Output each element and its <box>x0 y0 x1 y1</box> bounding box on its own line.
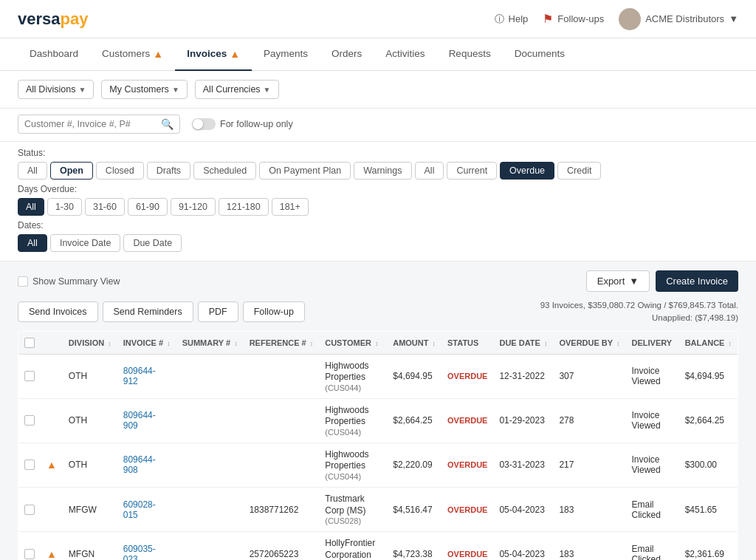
row-customer[interactable]: Highwoods Properties (CUS044) <box>319 443 387 487</box>
customer-name: Highwoods Properties <box>325 405 381 428</box>
nav-customers[interactable]: Customers ▲ <box>90 38 175 71</box>
customer-name: Trustmark Corp (MS) <box>325 494 381 516</box>
currencies-filter[interactable]: All Currencies ▼ <box>195 80 279 99</box>
show-summary-checkbox[interactable] <box>18 276 28 287</box>
follow-up-label: Follow-up <box>254 307 294 317</box>
days-btn-61-90[interactable]: 61-90 <box>128 198 168 216</box>
flag-icon: ⚑ <box>543 12 553 26</box>
follow-up-toggle[interactable] <box>192 118 216 130</box>
send-reminders-button[interactable]: Send Reminders <box>103 301 193 322</box>
row-checkbox[interactable] <box>24 371 35 381</box>
th-customer[interactable]: CUSTOMER ↕ <box>319 331 387 354</box>
row-customer[interactable]: Highwoods Properties (CUS044) <box>319 354 387 398</box>
th-summary[interactable]: SUMMARY # ↕ <box>176 331 244 354</box>
summary-sort-icon: ↕ <box>234 340 238 347</box>
row-customer[interactable]: HollyFrontier Corporation (CUS035) <box>319 532 387 560</box>
row-checkbox[interactable] <box>24 415 35 426</box>
search-input[interactable] <box>24 119 158 129</box>
user-menu[interactable]: ACME Distributors ▼ <box>619 8 738 30</box>
row-invoice[interactable]: 809644-909 <box>117 398 176 443</box>
dates-btn-due-date[interactable]: Due Date <box>123 234 182 252</box>
th-balance[interactable]: BALANCE ↕ <box>679 331 738 354</box>
nav-orders-label: Orders <box>331 48 362 59</box>
days-overdue-label: Days Overdue: <box>18 184 738 194</box>
th-reference[interactable]: REFERENCE # ↕ <box>244 331 320 354</box>
division-filter[interactable]: All Divisions ▼ <box>18 80 94 99</box>
th-delivery: DELIVERY <box>626 331 679 354</box>
nav-invoices[interactable]: Invoices ▲ <box>175 38 252 71</box>
row-invoice[interactable]: 809644-912 <box>117 354 176 398</box>
days-btn-31-60[interactable]: 31-60 <box>85 198 125 216</box>
status-btn-all2[interactable]: All <box>415 162 444 180</box>
customers-filter[interactable]: My Customers ▼ <box>101 80 187 99</box>
division-chevron-icon: ▼ <box>78 86 86 94</box>
status-btn-on-payment-plan[interactable]: On Payment Plan <box>259 162 351 180</box>
row-checkbox-cell <box>18 443 41 487</box>
follow-up-button[interactable]: Follow-up <box>243 301 305 322</box>
status-btn-all[interactable]: All <box>18 162 47 180</box>
th-due-date[interactable]: DUE DATE ↕ <box>493 331 553 354</box>
nav-dashboard[interactable]: Dashboard <box>18 38 90 71</box>
status-btn-scheduled[interactable]: Scheduled <box>193 162 256 180</box>
send-invoices-button[interactable]: Send Invoices <box>18 301 98 322</box>
show-summary-checkbox-wrap[interactable]: Show Summary View <box>18 276 120 287</box>
row-summary <box>176 488 244 532</box>
nav-requests[interactable]: Requests <box>437 38 503 71</box>
customer-id: (CUS044) <box>325 472 381 481</box>
show-summary-label: Show Summary View <box>32 276 120 287</box>
status-btn-credit[interactable]: Credit <box>557 162 601 180</box>
follow-up-toggle-wrap: For follow-up only <box>192 118 293 130</box>
row-invoice[interactable]: 609028-015 <box>117 488 176 532</box>
th-invoice[interactable]: INVOICE # ↕ <box>117 331 176 354</box>
row-summary <box>176 532 244 560</box>
row-invoice[interactable]: 809644-908 <box>117 443 176 487</box>
help-button[interactable]: ⓘ Help <box>495 13 529 26</box>
row-invoice[interactable]: 609035-023 <box>117 532 176 560</box>
status-btn-warnings[interactable]: Warnings <box>354 162 411 180</box>
customer-id: (CUS044) <box>325 428 381 437</box>
th-division[interactable]: DIVISION ↕ <box>63 331 117 354</box>
table-top: Show Summary View Export ▼ Create Invoic… <box>18 270 738 292</box>
row-checkbox[interactable] <box>24 460 35 470</box>
status-btn-overdue[interactable]: Overdue <box>500 162 554 180</box>
th-amount[interactable]: AMOUNT ↕ <box>387 331 441 354</box>
status-btn-open[interactable]: Open <box>50 162 93 180</box>
status-btn-current[interactable]: Current <box>447 162 497 180</box>
create-invoice-label: Create Invoice <box>666 276 728 287</box>
dates-btn-all[interactable]: All <box>18 234 47 252</box>
status-btn-closed[interactable]: Closed <box>96 162 144 180</box>
row-checkbox[interactable] <box>24 505 35 515</box>
row-balance: $4,694.95 <box>679 354 738 398</box>
search-bar: 🔍 For follow-up only <box>0 109 756 142</box>
days-btn-1-30[interactable]: 1-30 <box>47 198 82 216</box>
nav-orders[interactable]: Orders <box>320 38 374 71</box>
table-row: ▲ OTH 809644-908 Highwoods Properties (C… <box>18 443 738 487</box>
table-row: OTH 809644-909 Highwoods Properties (CUS… <box>18 398 738 443</box>
nav-payments[interactable]: Payments <box>252 38 320 71</box>
user-label: ACME Distributors <box>645 13 724 24</box>
nav-documents[interactable]: Documents <box>503 38 577 71</box>
search-input-wrap[interactable]: 🔍 <box>18 115 180 134</box>
followups-button[interactable]: ⚑ Follow-ups <box>543 12 604 26</box>
warning-icon: ▲ <box>47 548 57 560</box>
row-division: OTH <box>63 398 117 443</box>
row-reference <box>244 354 320 398</box>
nav-requests-label: Requests <box>449 48 491 59</box>
th-overdue-by[interactable]: OVERDUE BY ↕ <box>553 331 625 354</box>
export-button[interactable]: Export ▼ <box>586 270 650 292</box>
status-btn-drafts[interactable]: Drafts <box>147 162 190 180</box>
days-btn-91-120[interactable]: 91-120 <box>171 198 216 216</box>
row-due-date: 05-04-2023 <box>493 488 553 532</box>
row-reference: 1838771262 <box>244 488 320 532</box>
pdf-button[interactable]: PDF <box>198 301 238 322</box>
row-customer[interactable]: Trustmark Corp (MS) (CUS028) <box>319 488 387 532</box>
nav-activities[interactable]: Activities <box>374 38 436 71</box>
create-invoice-button[interactable]: Create Invoice <box>656 270 738 292</box>
row-checkbox[interactable] <box>24 549 35 559</box>
row-customer[interactable]: Highwoods Properties (CUS044) <box>319 398 387 443</box>
days-btn-181-plus[interactable]: 181+ <box>272 198 309 216</box>
days-btn-121-180[interactable]: 121-180 <box>219 198 269 216</box>
select-all-checkbox[interactable] <box>24 338 35 348</box>
dates-btn-invoice-date[interactable]: Invoice Date <box>50 234 120 252</box>
days-btn-all[interactable]: All <box>18 198 44 216</box>
